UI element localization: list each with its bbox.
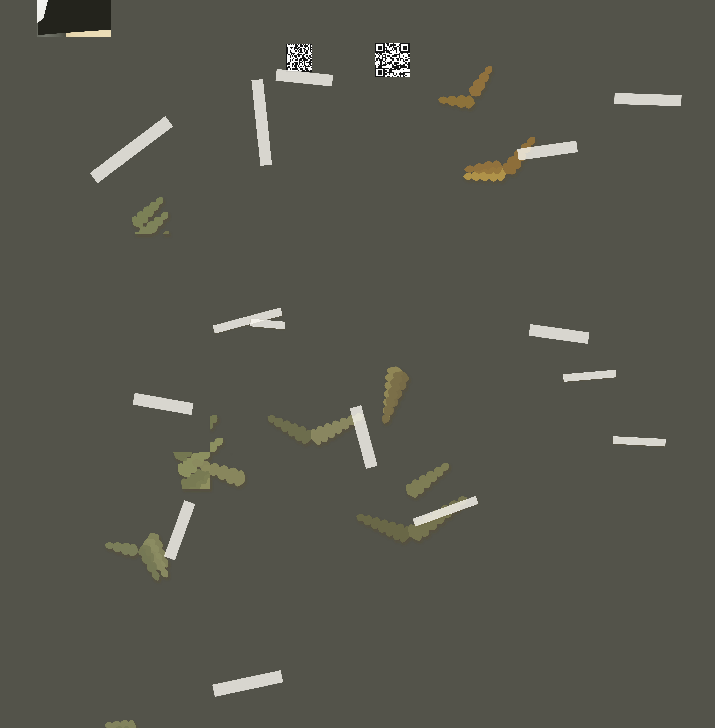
pressed-fern-specimen	[0, 0, 715, 728]
herbarium-scan: mm Inch C1B1A1C2B2A2B5A520181716116.35.6…	[0, 0, 715, 728]
